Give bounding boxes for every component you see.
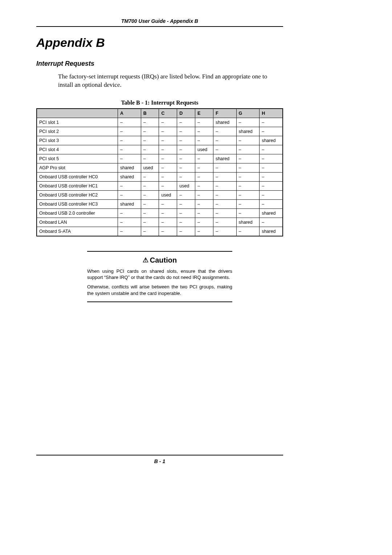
table-cell: shared bbox=[118, 199, 141, 208]
caution-title-text: Caution bbox=[150, 256, 177, 264]
table-cell: shared bbox=[260, 227, 283, 236]
caution-paragraph-1: When using PCI cards on shared slots, en… bbox=[87, 268, 232, 281]
table-cell: – bbox=[177, 172, 195, 181]
irq-table: A B C D E F G H PCI slot 1–––––shared––P… bbox=[36, 108, 283, 236]
table-cell: – bbox=[159, 218, 177, 227]
page-footer: B - 1 bbox=[36, 455, 283, 464]
table-cell: used bbox=[177, 181, 195, 190]
table-cell: – bbox=[213, 190, 236, 199]
row-label: PCI slot 2 bbox=[37, 127, 118, 136]
table-cell: – bbox=[236, 172, 260, 181]
table-cell: – bbox=[260, 172, 283, 181]
row-label: Onboard S-ATA bbox=[37, 227, 118, 236]
table-cell: – bbox=[159, 199, 177, 208]
table-caption: Table B - 1: Interrupt Requests bbox=[36, 100, 283, 106]
col-header-g: G bbox=[236, 109, 260, 118]
caution-paragraph-2: Otherwise, conflicts will arise between … bbox=[87, 284, 232, 296]
table-cell: – bbox=[213, 208, 236, 218]
table-cell: – bbox=[260, 181, 283, 190]
table-cell: – bbox=[236, 208, 260, 218]
table-cell: – bbox=[195, 154, 213, 163]
caution-top-rule bbox=[87, 251, 232, 252]
table-cell: – bbox=[118, 118, 141, 127]
table-cell: – bbox=[236, 163, 260, 172]
col-header-h: H bbox=[260, 109, 283, 118]
row-label: Onboard USB controller HC0 bbox=[37, 172, 118, 181]
table-cell: – bbox=[141, 154, 159, 163]
table-cell: – bbox=[141, 127, 159, 136]
table-cell: – bbox=[141, 227, 159, 236]
table-cell: – bbox=[260, 163, 283, 172]
table-row: PCI slot 1–––––shared–– bbox=[37, 118, 283, 127]
col-header-blank bbox=[37, 109, 118, 118]
page-title: Appendix B bbox=[36, 36, 283, 50]
table-cell: – bbox=[213, 227, 236, 236]
table-cell: shared bbox=[236, 218, 260, 227]
table-cell: – bbox=[213, 145, 236, 154]
table-cell: – bbox=[118, 181, 141, 190]
table-cell: – bbox=[159, 136, 177, 145]
table-cell: – bbox=[260, 218, 283, 227]
table-cell: – bbox=[177, 227, 195, 236]
table-cell: shared bbox=[260, 136, 283, 145]
table-cell: – bbox=[118, 190, 141, 199]
table-row: Onboard S-ATA–––––––shared bbox=[37, 227, 283, 236]
table-cell: – bbox=[141, 181, 159, 190]
table-cell: – bbox=[195, 190, 213, 199]
table-cell: – bbox=[195, 199, 213, 208]
row-label: PCI slot 4 bbox=[37, 145, 118, 154]
table-cell: – bbox=[141, 218, 159, 227]
intro-paragraph: The factory-set interrupt requests (IRQs… bbox=[58, 73, 283, 89]
table-cell: – bbox=[118, 227, 141, 236]
table-cell: – bbox=[213, 172, 236, 181]
table-cell: – bbox=[177, 199, 195, 208]
table-cell: – bbox=[177, 127, 195, 136]
table-cell: – bbox=[260, 118, 283, 127]
table-cell: – bbox=[141, 136, 159, 145]
section-heading: Interrupt Requests bbox=[36, 60, 283, 68]
table-cell: – bbox=[260, 199, 283, 208]
table-row: Onboard USB controller HC1–––used–––– bbox=[37, 181, 283, 190]
table-cell: – bbox=[118, 218, 141, 227]
col-header-f: F bbox=[213, 109, 236, 118]
table-cell: – bbox=[195, 118, 213, 127]
table-cell: – bbox=[195, 181, 213, 190]
table-cell: – bbox=[213, 136, 236, 145]
table-row: PCI slot 4––––used––– bbox=[37, 145, 283, 154]
table-cell: – bbox=[236, 145, 260, 154]
table-row: Onboard USB 2.0 controller–––––––shared bbox=[37, 208, 283, 218]
table-cell: – bbox=[177, 145, 195, 154]
table-header-row: A B C D E F G H bbox=[37, 109, 283, 118]
table-cell: shared bbox=[118, 163, 141, 172]
table-cell: used bbox=[141, 163, 159, 172]
row-label: Onboard USB 2.0 controller bbox=[37, 208, 118, 218]
table-cell: – bbox=[118, 208, 141, 218]
table-row: PCI slot 2––––––shared– bbox=[37, 127, 283, 136]
col-header-b: B bbox=[141, 109, 159, 118]
table-cell: – bbox=[141, 199, 159, 208]
table-cell: – bbox=[260, 154, 283, 163]
table-cell: – bbox=[236, 136, 260, 145]
table-cell: – bbox=[236, 118, 260, 127]
table-row: PCI slot 5–––––shared–– bbox=[37, 154, 283, 163]
table-cell: – bbox=[177, 218, 195, 227]
table-cell: – bbox=[213, 163, 236, 172]
row-label: PCI slot 1 bbox=[37, 118, 118, 127]
table-cell: – bbox=[118, 154, 141, 163]
table-cell: – bbox=[177, 190, 195, 199]
table-cell: – bbox=[260, 127, 283, 136]
table-cell: – bbox=[159, 163, 177, 172]
table-cell: – bbox=[141, 208, 159, 218]
row-label: Onboard USB controller HC2 bbox=[37, 190, 118, 199]
table-cell: – bbox=[159, 154, 177, 163]
table-cell: – bbox=[118, 127, 141, 136]
table-cell: shared bbox=[213, 154, 236, 163]
table-cell: – bbox=[159, 227, 177, 236]
table-cell: – bbox=[236, 181, 260, 190]
table-cell: – bbox=[177, 136, 195, 145]
table-cell: – bbox=[213, 127, 236, 136]
table-cell: – bbox=[195, 136, 213, 145]
warning-triangle-icon: ⚠ bbox=[143, 256, 148, 264]
table-cell: – bbox=[260, 145, 283, 154]
table-cell: used bbox=[159, 190, 177, 199]
